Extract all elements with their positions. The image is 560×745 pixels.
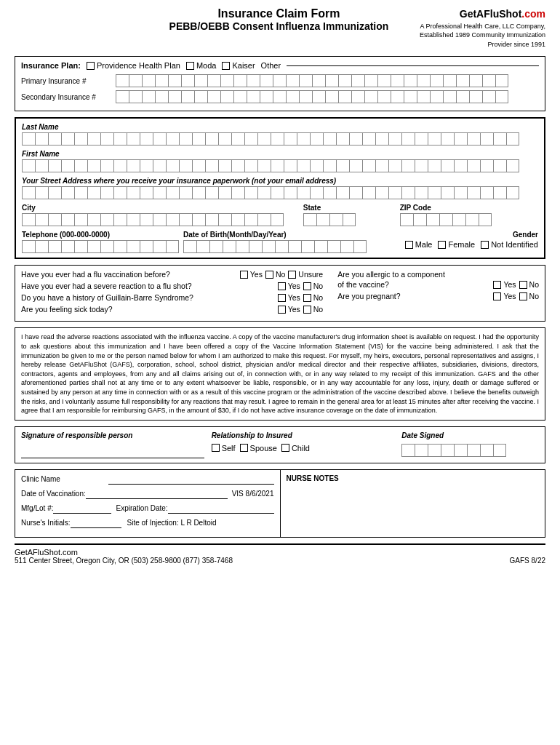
moda-option[interactable]: Moda — [186, 61, 217, 70]
cell[interactable] — [166, 213, 179, 226]
providence-checkbox[interactable] — [87, 62, 95, 70]
kaiser-checkbox[interactable] — [222, 62, 230, 70]
cell[interactable] — [495, 90, 508, 103]
cell[interactable] — [218, 186, 231, 199]
cell[interactable] — [415, 444, 428, 457]
cell[interactable] — [87, 186, 100, 199]
cell[interactable] — [48, 186, 61, 199]
cell[interactable] — [364, 74, 377, 87]
cell[interactable] — [415, 159, 428, 172]
cell[interactable] — [127, 213, 140, 226]
cell[interactable] — [74, 159, 87, 172]
cell[interactable] — [127, 159, 140, 172]
cell[interactable] — [194, 74, 207, 87]
q1-yes-checkbox[interactable] — [240, 271, 248, 279]
cell[interactable] — [218, 213, 231, 226]
cell[interactable] — [325, 90, 338, 103]
cell[interactable] — [153, 213, 166, 226]
cell[interactable] — [362, 159, 375, 172]
kaiser-option[interactable]: Kaiser — [222, 61, 255, 70]
cell[interactable] — [336, 186, 349, 199]
cell[interactable] — [401, 186, 415, 199]
cell[interactable] — [391, 74, 404, 87]
cell[interactable] — [441, 444, 454, 457]
cell[interactable] — [262, 240, 275, 253]
cell[interactable] — [22, 186, 35, 199]
sig-line[interactable] — [21, 444, 204, 458]
cell[interactable] — [312, 74, 325, 87]
cell[interactable] — [493, 132, 506, 146]
female-checkbox[interactable] — [438, 241, 446, 249]
cell[interactable] — [153, 240, 166, 253]
cell[interactable] — [179, 159, 192, 172]
cell[interactable] — [454, 132, 467, 146]
cell[interactable] — [316, 213, 329, 226]
cell[interactable] — [456, 74, 469, 87]
cell[interactable] — [312, 90, 325, 103]
cell[interactable] — [218, 159, 231, 172]
cell[interactable] — [284, 132, 297, 146]
cell[interactable] — [113, 213, 127, 226]
cell[interactable] — [375, 132, 388, 146]
cell[interactable] — [430, 74, 443, 87]
cell[interactable] — [454, 159, 467, 172]
cell[interactable] — [310, 159, 323, 172]
cell[interactable] — [299, 90, 312, 103]
child-checkbox[interactable] — [281, 444, 289, 452]
cell[interactable] — [452, 213, 465, 226]
cell[interactable] — [87, 132, 100, 146]
q5-yes-checkbox[interactable] — [493, 281, 501, 289]
cell[interactable] — [257, 159, 271, 172]
cell[interactable] — [310, 186, 323, 199]
cell[interactable] — [127, 186, 140, 199]
cell[interactable] — [353, 240, 367, 253]
not-identified-option[interactable]: Not Identified — [481, 240, 538, 249]
cell[interactable] — [401, 132, 415, 146]
cell[interactable] — [417, 90, 430, 103]
cell[interactable] — [22, 240, 35, 253]
cell[interactable] — [249, 240, 262, 253]
cell[interactable] — [336, 159, 349, 172]
cell[interactable] — [493, 444, 506, 457]
cell[interactable] — [260, 90, 273, 103]
cell[interactable] — [35, 186, 48, 199]
cell[interactable] — [343, 213, 356, 226]
cell[interactable] — [323, 186, 336, 199]
cell[interactable] — [338, 90, 351, 103]
cell[interactable] — [207, 74, 220, 87]
cell[interactable] — [48, 240, 61, 253]
cell[interactable] — [179, 186, 192, 199]
cell[interactable] — [192, 186, 205, 199]
cell[interactable] — [271, 159, 284, 172]
cell[interactable] — [205, 132, 218, 146]
q1-unsure[interactable]: Unsure — [288, 270, 323, 279]
cell[interactable] — [100, 240, 113, 253]
providence-option[interactable]: Providence Health Plan — [87, 61, 180, 70]
cell[interactable] — [35, 240, 48, 253]
cell[interactable] — [465, 213, 479, 226]
cell[interactable] — [404, 74, 417, 87]
cell[interactable] — [467, 444, 480, 457]
cell[interactable] — [61, 213, 74, 226]
cell[interactable] — [388, 132, 401, 146]
male-option[interactable]: Male — [405, 240, 433, 249]
cell[interactable] — [480, 159, 493, 172]
cell[interactable] — [506, 159, 519, 172]
cell[interactable] — [181, 90, 194, 103]
cell[interactable] — [153, 132, 166, 146]
cell[interactable] — [140, 186, 153, 199]
cell[interactable] — [430, 90, 443, 103]
self-checkbox[interactable] — [212, 444, 220, 452]
q5-no-checkbox[interactable] — [519, 281, 527, 289]
cell[interactable] — [327, 240, 340, 253]
cell[interactable] — [247, 90, 260, 103]
cell[interactable] — [220, 74, 233, 87]
cell[interactable] — [168, 74, 181, 87]
cell[interactable] — [257, 213, 271, 226]
cell[interactable] — [338, 74, 351, 87]
cell[interactable] — [286, 74, 299, 87]
q2-no-checkbox[interactable] — [303, 282, 311, 290]
cell[interactable] — [413, 213, 426, 226]
cell[interactable] — [493, 159, 506, 172]
cell[interactable] — [192, 213, 205, 226]
